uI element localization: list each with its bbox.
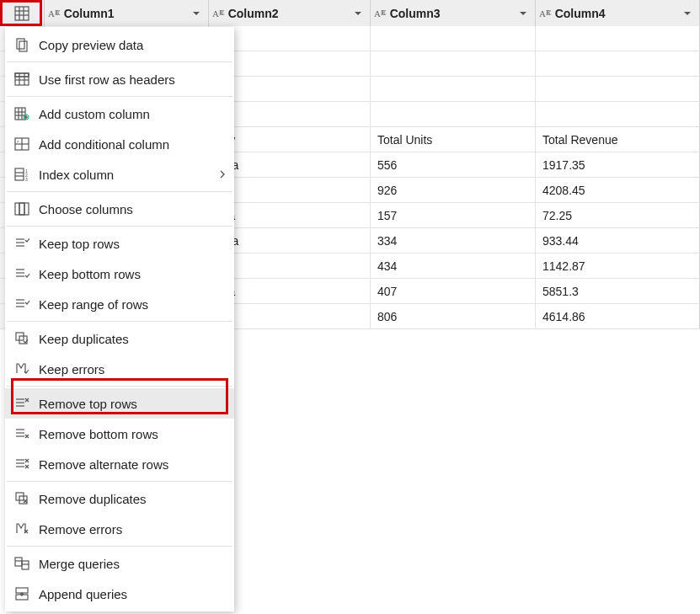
menu-label: Remove alternate rows [39,457,168,472]
cell[interactable] [536,77,700,101]
cell[interactable]: 157 [371,203,536,227]
menu-separator [7,61,232,62]
menu-merge-queries[interactable]: Merge queries [5,548,234,579]
svg-rect-6 [19,41,27,51]
cell[interactable]: 1917.35 [536,152,700,177]
cell[interactable]: 72.25 [536,203,700,227]
cell[interactable]: 933.44 [536,228,700,253]
cell[interactable]: 926 [371,178,536,202]
menu-keep-errors[interactable]: Keep errors [5,354,234,384]
cell[interactable] [371,26,536,51]
menu-keep-duplicates[interactable]: Keep duplicates [5,323,234,354]
remove-top-icon [12,395,32,412]
column-header-1[interactable]: ABC Column1 [45,0,209,26]
headers-icon [12,71,32,88]
cell[interactable] [371,51,536,76]
table-menu-button[interactable] [0,0,45,26]
filter-dropdown-icon[interactable] [516,7,530,20]
menu-label: Keep duplicates [39,332,129,346]
cell[interactable]: 806 [371,304,536,328]
column-header-2[interactable]: ABC Column2 [209,0,371,26]
menu-remove-bottom-rows[interactable]: Remove bottom rows [5,419,234,449]
svg-rect-25 [15,168,24,180]
keep-range-icon [12,296,32,312]
menu-keep-range-of-rows[interactable]: Keep range of rows [5,289,234,319]
menu-remove-errors[interactable]: Remove errors [5,514,234,544]
keep-top-icon [12,235,32,252]
cell[interactable] [536,51,700,76]
cell[interactable]: Total Revenue [536,127,700,152]
type-text-icon: ABC [48,8,61,19]
menu-separator [7,321,232,322]
column-header-4[interactable]: ABC Column4 [536,0,700,26]
column-header-3[interactable]: ABC Column3 [371,0,536,26]
type-text-icon: ABC [374,8,387,19]
menu-add-custom-column[interactable]: Add custom column [5,99,234,129]
menu-remove-alternate-rows[interactable]: Remove alternate rows [5,449,234,479]
keep-duplicates-icon [12,330,32,347]
menu-label: Add conditional column [39,137,169,152]
filter-dropdown-icon[interactable] [681,7,694,20]
menu-label: Add custom column [39,107,150,121]
menu-label: Keep range of rows [39,297,148,312]
filter-dropdown-icon[interactable] [351,7,365,20]
menu-label: Choose columns [39,202,133,216]
add-column-icon [12,105,32,122]
cell[interactable]: 4208.45 [536,178,700,202]
menu-label: Remove top rows [39,397,137,411]
table-context-menu: Copy preview data Use first row as heade… [5,27,234,611]
cell[interactable]: 4614.86 [536,304,700,328]
menu-choose-columns[interactable]: Choose columns [5,194,234,224]
cell[interactable]: 407 [371,279,536,303]
menu-index-column[interactable]: 123 Index column [5,159,234,190]
svg-rect-58 [22,561,29,569]
menu-keep-bottom-rows[interactable]: Keep bottom rows [5,259,234,289]
menu-copy-preview-data[interactable]: Copy preview data [5,29,234,60]
cell[interactable]: 434 [371,254,536,278]
type-text-icon: ABC [212,8,225,19]
menu-separator [7,226,232,227]
cell[interactable] [536,26,700,51]
choose-columns-icon [12,200,32,217]
menu-remove-duplicates[interactable]: Remove duplicates [5,483,234,514]
menu-keep-top-rows[interactable]: Keep top rows [5,228,234,259]
menu-label: Merge queries [39,557,120,571]
menu-use-first-row-as-headers[interactable]: Use first row as headers [5,64,234,94]
filter-dropdown-icon[interactable] [190,7,203,20]
menu-remove-top-rows[interactable]: Remove top rows [5,388,234,419]
conditional-column-icon: ≠ [12,136,32,152]
cell[interactable]: 5851.3 [536,279,700,303]
svg-text:≠: ≠ [17,139,19,144]
svg-rect-7 [15,73,29,85]
remove-bottom-icon [12,425,32,442]
column-name: Column1 [64,7,190,20]
cell[interactable]: Total Units [371,127,536,152]
svg-rect-31 [15,203,29,215]
svg-rect-12 [15,73,29,77]
cell[interactable]: 334 [371,228,536,253]
cell[interactable] [371,77,536,101]
menu-label: Remove errors [39,522,122,537]
cell[interactable] [371,102,536,126]
cell[interactable]: 1142.87 [536,254,700,278]
svg-rect-0 [15,7,29,20]
cell[interactable] [536,102,700,126]
svg-rect-5 [17,39,24,49]
keep-bottom-icon [12,265,32,282]
remove-duplicates-icon [12,490,32,507]
copy-icon [12,36,32,53]
table-icon [14,6,29,21]
menu-add-conditional-column[interactable]: ≠ Add conditional column [5,129,234,159]
menu-label: Keep errors [39,362,104,376]
menu-separator [7,386,232,387]
menu-append-queries[interactable]: Append queries [5,579,234,609]
append-queries-icon [12,585,32,602]
menu-label: Remove bottom rows [39,427,158,441]
menu-label: Keep bottom rows [39,267,141,281]
cell[interactable]: 556 [371,152,536,177]
menu-label: Keep top rows [39,237,120,251]
svg-rect-57 [15,558,22,566]
svg-rect-61 [16,588,28,593]
svg-text:3: 3 [25,177,28,182]
column-name: Column4 [555,7,681,20]
